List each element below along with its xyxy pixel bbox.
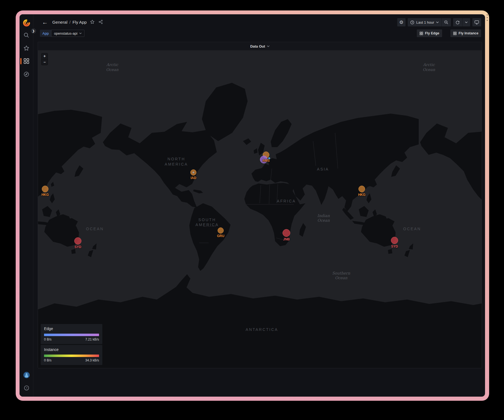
refresh-icon	[456, 20, 460, 24]
map-zoom-control: + −	[41, 53, 48, 65]
legend-instance-gradient	[44, 355, 99, 357]
fly-edge-label: Fly Edge	[425, 31, 439, 35]
grafana-logo-icon[interactable]	[20, 19, 33, 27]
sidebar: ?	[20, 14, 33, 397]
map-marker-label: JNB	[283, 237, 290, 241]
legend-instance: Instance 0 B/s 34.3 kB/s	[41, 345, 102, 365]
frame-grip-dot	[487, 20, 488, 21]
map-marker-hkg[interactable]	[358, 186, 365, 192]
map-marker-inner-dot	[193, 172, 194, 173]
breadcrumb-dashboard: Fly App	[72, 20, 87, 25]
legend-edge-max: 7.21 kB/s	[85, 337, 99, 341]
map-marker-label: IAD	[191, 176, 196, 180]
geomap-panel: Data Out	[38, 42, 482, 368]
legend-edge: Edge 0 B/s 7.21 kB/s	[41, 324, 102, 344]
starred-icon[interactable]	[20, 45, 33, 51]
time-picker-group: Last 1 hour	[408, 18, 451, 26]
map-marker-label: HKG	[358, 193, 366, 197]
svg-text:?: ?	[26, 386, 27, 389]
star-dashboard-icon[interactable]	[90, 20, 95, 25]
sidebar-expand-button[interactable]: ❯	[31, 28, 36, 34]
kiosk-mode-button[interactable]	[472, 18, 481, 26]
frame-grip-dot	[487, 14, 488, 15]
frame-grip-dot	[487, 17, 488, 18]
map-marker-label: SYD	[391, 245, 398, 248]
app-variable-label: App	[40, 30, 51, 37]
screenshot-stage: ? ❯ ← General / Fly App	[0, 0, 504, 420]
dashboard-settings-button[interactable]: ⚙	[397, 18, 406, 26]
map-marker-label: AMS	[262, 159, 270, 163]
variables-row: App openstatus-api Fly Edge	[33, 29, 485, 37]
refresh-interval-dropdown[interactable]	[462, 18, 470, 26]
refresh-button[interactable]	[453, 18, 462, 26]
legend-instance-title: Instance	[44, 347, 99, 352]
map-marker-label: GRU	[217, 234, 224, 238]
legend-instance-min: 0 B/s	[44, 358, 51, 362]
grafana-window: ? ❯ ← General / Fly App	[20, 14, 485, 397]
world-map[interactable]: ArcticOceanArcticOceanNORTHAMERICAASIAAF…	[38, 50, 482, 368]
back-arrow-icon[interactable]: ←	[42, 19, 48, 26]
grid-icon	[420, 32, 423, 35]
chevron-down-icon	[465, 21, 468, 23]
fly-instance-label: Fly Instance	[459, 31, 478, 35]
chevron-down-icon	[436, 21, 439, 23]
breadcrumb-folder[interactable]: General	[52, 20, 67, 25]
legend-instance-max: 34.3 kB/s	[85, 358, 99, 362]
help-icon[interactable]: ?	[20, 385, 33, 391]
app-variable-value[interactable]: openstatus-api	[51, 30, 84, 37]
chevron-down-icon	[79, 32, 82, 34]
breadcrumb-separator: /	[69, 20, 70, 25]
map-legend: Edge 0 B/s 7.21 kB/s Instance 0 B/s 34.3…	[41, 324, 102, 365]
panel-title: Data Out	[250, 44, 265, 48]
map-marker-syd[interactable]	[74, 237, 81, 245]
clock-icon	[410, 20, 414, 24]
monitor-icon	[474, 20, 479, 25]
map-marker-label: HKG	[42, 193, 49, 197]
map-zoom-in-button[interactable]: +	[42, 53, 48, 59]
user-avatar[interactable]	[20, 372, 33, 378]
fly-edge-button[interactable]: Fly Edge	[417, 29, 442, 37]
refresh-group	[453, 18, 470, 26]
fly-instance-button[interactable]: Fly Instance	[450, 29, 481, 37]
map-marker-jnb[interactable]	[283, 229, 290, 237]
explore-compass-icon[interactable]	[20, 71, 33, 77]
zoom-out-time-button[interactable]	[441, 18, 451, 26]
grid-icon	[453, 32, 457, 35]
map-land-layer	[38, 50, 482, 368]
app-variable-selected: openstatus-api	[54, 31, 77, 35]
legend-edge-gradient	[44, 334, 99, 336]
legend-edge-min: 0 B/s	[44, 337, 51, 341]
legend-edge-title: Edge	[44, 326, 99, 331]
gear-icon: ⚙	[399, 20, 403, 25]
time-range-label: Last 1 hour	[416, 20, 434, 24]
dashboard-topbar: ← General / Fly App ⚙	[33, 17, 485, 28]
map-marker-label: SYD	[75, 245, 81, 249]
chevron-down-icon	[267, 45, 270, 47]
map-marker-syd[interactable]	[391, 237, 398, 244]
map-marker-hkg[interactable]	[42, 186, 48, 192]
map-marker-gru[interactable]	[218, 227, 224, 234]
magnifier-minus-icon	[444, 20, 448, 24]
dashboards-icon[interactable]	[20, 58, 33, 64]
search-icon[interactable]	[20, 32, 33, 38]
map-zoom-out-button[interactable]: −	[42, 59, 48, 65]
time-range-picker[interactable]: Last 1 hour	[408, 18, 441, 26]
app-variable: App openstatus-api	[40, 30, 84, 37]
panel-header[interactable]: Data Out	[38, 42, 482, 50]
share-icon[interactable]	[98, 20, 103, 25]
